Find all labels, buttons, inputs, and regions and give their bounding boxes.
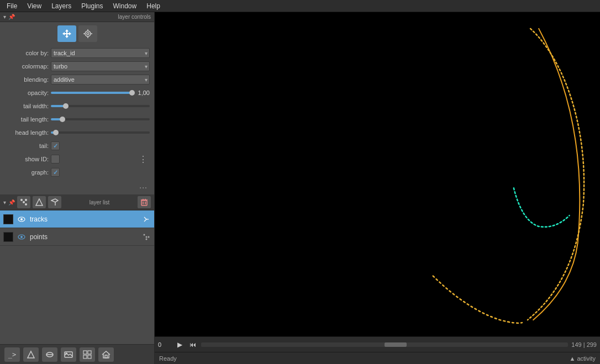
layer-item-tracks[interactable]: tracks bbox=[0, 210, 154, 228]
opacity-slider-wrapper: 1,00 bbox=[51, 89, 150, 96]
tail-length-row: tail length: bbox=[4, 114, 150, 125]
svg-rect-36 bbox=[83, 355, 87, 358]
svg-point-1 bbox=[85, 31, 91, 36]
add-labels-button[interactable] bbox=[48, 196, 61, 208]
svg-rect-37 bbox=[88, 355, 91, 358]
console-button[interactable]: _> bbox=[4, 347, 20, 362]
head-length-slider-wrapper bbox=[51, 131, 150, 134]
play-button[interactable]: ▶ bbox=[175, 340, 185, 350]
color-by-select[interactable]: track_id velocity class bbox=[51, 48, 150, 58]
svg-point-21 bbox=[20, 218, 23, 220]
points-action-icon[interactable] bbox=[142, 233, 151, 241]
svg-point-2 bbox=[87, 33, 89, 35]
add-shapes-button[interactable] bbox=[33, 196, 46, 208]
more-dots-button[interactable]: ... bbox=[139, 181, 148, 190]
layer-list-header: ▾ 📌 bbox=[0, 194, 154, 210]
tail-width-row: tail width: bbox=[4, 101, 150, 112]
controls-collapse-icon[interactable]: ▾ bbox=[3, 14, 6, 20]
svg-marker-12 bbox=[51, 199, 58, 202]
layer-controls-body: color by: track_id velocity class colorm… bbox=[0, 22, 154, 194]
color-by-label: color by: bbox=[4, 50, 49, 56]
show-id-checkbox[interactable] bbox=[51, 155, 60, 163]
activity-button[interactable]: ▲ activity bbox=[569, 355, 596, 362]
menu-file[interactable]: File bbox=[2, 1, 22, 11]
main-content: ▾ 📌 layer controls bbox=[0, 12, 600, 364]
end-frame-button[interactable]: ⏮ bbox=[188, 340, 198, 350]
left-panel: ▾ 📌 layer controls bbox=[0, 12, 155, 364]
head-length-label: head length: bbox=[4, 129, 49, 136]
transform-tool-button[interactable] bbox=[78, 25, 97, 42]
tail-length-label: tail length: bbox=[4, 116, 49, 123]
tracks-action-icon[interactable] bbox=[142, 215, 151, 224]
tail-length-slider-thumb[interactable] bbox=[60, 117, 65, 122]
menu-view[interactable]: View bbox=[23, 1, 46, 11]
colormap-select-wrapper: turbo viridis plasma bbox=[51, 61, 150, 71]
more-options-icon[interactable]: ⋮ bbox=[139, 154, 150, 165]
colormap-select[interactable]: turbo viridis plasma bbox=[51, 61, 150, 71]
controls-pin-icon[interactable]: 📌 bbox=[8, 14, 15, 20]
blending-label: blending: bbox=[4, 76, 49, 83]
home-button[interactable] bbox=[98, 347, 114, 362]
tail-width-slider-track[interactable] bbox=[51, 105, 150, 107]
show-id-checkbox-row: show ID: ⋮ bbox=[4, 154, 150, 165]
add-points-button[interactable] bbox=[17, 196, 30, 208]
status-bar: Ready ▲ activity bbox=[155, 352, 600, 364]
svg-point-25 bbox=[144, 234, 145, 235]
svg-point-10 bbox=[25, 199, 27, 201]
tail-checkbox[interactable] bbox=[51, 141, 60, 150]
more-options-row: ... bbox=[4, 180, 150, 191]
menu-plugins[interactable]: Plugins bbox=[77, 1, 107, 11]
opacity-value: 1,00 bbox=[134, 89, 150, 96]
blending-select-wrapper: additive translucent opaque bbox=[51, 75, 150, 85]
tail-label: tail: bbox=[4, 143, 49, 149]
tracks-visualization bbox=[155, 12, 600, 336]
svg-rect-35 bbox=[88, 351, 91, 354]
shapes-button[interactable] bbox=[23, 347, 39, 362]
blending-select[interactable]: additive translucent opaque bbox=[51, 75, 150, 85]
image-button[interactable] bbox=[61, 347, 76, 362]
menubar: File View Layers Plugins Window Help bbox=[0, 0, 600, 12]
status-text: Ready bbox=[159, 355, 569, 362]
svg-rect-38 bbox=[105, 355, 107, 358]
opacity-row: opacity: 1,00 bbox=[4, 87, 150, 98]
opacity-slider-thumb[interactable] bbox=[129, 90, 135, 96]
opacity-label: opacity: bbox=[4, 89, 49, 96]
points-visibility-toggle[interactable] bbox=[17, 232, 27, 242]
list-collapse-icon[interactable]: ▾ bbox=[3, 199, 6, 205]
tail-width-slider-thumb[interactable] bbox=[63, 103, 69, 109]
points-thumbnail bbox=[3, 232, 13, 242]
tool-buttons-row bbox=[4, 25, 150, 42]
head-length-slider-thumb[interactable] bbox=[53, 130, 59, 135]
list-pin-icon[interactable]: 📌 bbox=[8, 199, 15, 205]
points-layer-name: points bbox=[30, 233, 139, 241]
timeline-bar: 0 ▶ ⏮ 149 | 299 bbox=[155, 336, 600, 352]
delete-layer-button[interactable] bbox=[138, 196, 151, 208]
viewport[interactable] bbox=[155, 12, 600, 336]
grid-button[interactable] bbox=[80, 347, 95, 362]
layer-list-items: tracks bbox=[0, 210, 154, 344]
colormap-label: colormap: bbox=[4, 63, 49, 70]
current-frame-display: 0 bbox=[158, 341, 171, 348]
menu-help[interactable]: Help bbox=[142, 1, 165, 11]
menu-layers[interactable]: Layers bbox=[47, 1, 76, 11]
timeline-playhead[interactable] bbox=[385, 342, 407, 347]
opacity-slider-track[interactable] bbox=[51, 92, 132, 94]
tracks-visibility-toggle[interactable] bbox=[17, 214, 27, 224]
svg-point-26 bbox=[146, 236, 148, 238]
head-length-slider-track[interactable] bbox=[51, 131, 150, 134]
menu-window[interactable]: Window bbox=[109, 1, 141, 11]
svg-rect-34 bbox=[83, 351, 87, 354]
svg-point-33 bbox=[66, 353, 67, 354]
layer-item-points[interactable]: points bbox=[0, 228, 154, 246]
layer-controls-title: layer controls bbox=[118, 14, 151, 20]
move-tool-button[interactable] bbox=[57, 25, 76, 42]
svg-point-8 bbox=[23, 201, 25, 203]
tail-length-slider-track[interactable] bbox=[51, 118, 150, 120]
graph-checkbox[interactable] bbox=[51, 168, 60, 177]
tail-checkbox-row: tail: bbox=[4, 140, 150, 151]
timeline-scrubber[interactable] bbox=[201, 342, 568, 347]
surface-button[interactable] bbox=[42, 347, 57, 362]
layer-list-title: layer list bbox=[90, 199, 110, 205]
tail-width-label: tail width: bbox=[4, 103, 49, 109]
layer-list-section: ▾ 📌 bbox=[0, 194, 154, 344]
